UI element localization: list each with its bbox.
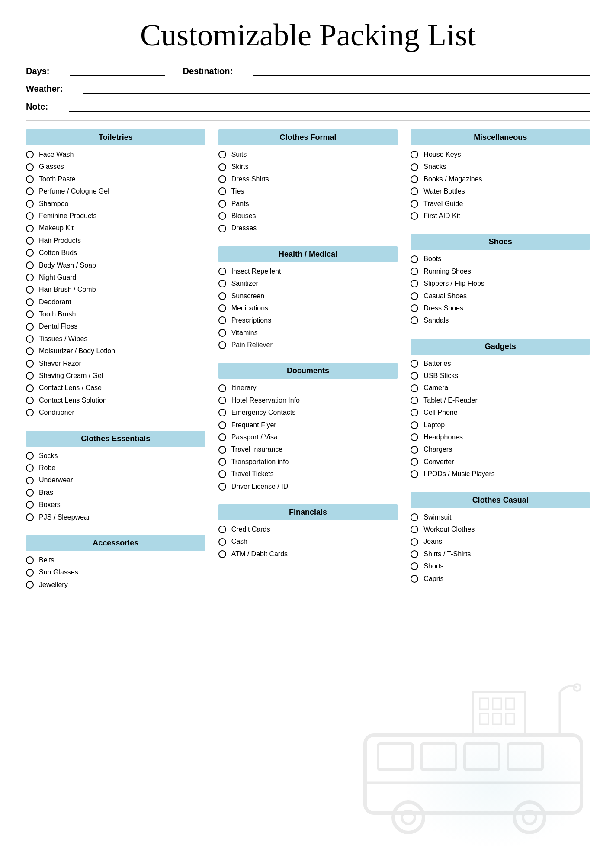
list-item[interactable]: Travel Insurance xyxy=(218,445,398,454)
checkbox-circle[interactable] xyxy=(411,550,418,558)
checkbox-circle[interactable] xyxy=(26,347,34,355)
checkbox-circle[interactable] xyxy=(218,151,226,158)
list-item[interactable]: Conditioner xyxy=(26,408,205,417)
checkbox-circle[interactable] xyxy=(26,384,34,392)
list-item[interactable]: Workout Clothes xyxy=(411,525,590,534)
list-item[interactable]: Casual Shoes xyxy=(411,291,590,301)
list-item[interactable]: Capris xyxy=(411,574,590,584)
list-item[interactable]: Headphones xyxy=(411,432,590,442)
checkbox-circle[interactable] xyxy=(411,255,418,263)
list-item[interactable]: House Keys xyxy=(411,150,590,159)
list-item[interactable]: Robe xyxy=(26,463,205,473)
checkbox-circle[interactable] xyxy=(26,225,34,232)
days-line[interactable] xyxy=(70,67,165,76)
list-item[interactable]: I PODs / Music Players xyxy=(411,469,590,479)
list-item[interactable]: Contact Lens Solution xyxy=(26,396,205,405)
list-item[interactable]: Pain Reliever xyxy=(218,340,398,350)
list-item[interactable]: Tooth Paste xyxy=(26,174,205,184)
checkbox-circle[interactable] xyxy=(218,483,226,491)
checkbox-circle[interactable] xyxy=(26,501,34,509)
checkbox-circle[interactable] xyxy=(218,225,226,232)
checkbox-circle[interactable] xyxy=(26,323,34,331)
list-item[interactable]: Boxers xyxy=(26,500,205,510)
list-item[interactable]: Night Guard xyxy=(26,273,205,282)
list-item[interactable]: Pants xyxy=(218,199,398,209)
list-item[interactable]: Blouses xyxy=(218,211,398,221)
list-item[interactable]: Perfume / Cologne Gel xyxy=(26,187,205,196)
checkbox-circle[interactable] xyxy=(26,477,34,484)
checkbox-circle[interactable] xyxy=(26,187,34,195)
list-item[interactable]: Batteries xyxy=(411,359,590,368)
list-item[interactable]: Feminine Products xyxy=(26,211,205,221)
checkbox-circle[interactable] xyxy=(26,261,34,269)
checkbox-circle[interactable] xyxy=(411,446,418,454)
list-item[interactable]: Medications xyxy=(218,303,398,313)
checkbox-circle[interactable] xyxy=(26,200,34,208)
checkbox-circle[interactable] xyxy=(218,458,226,466)
checkbox-circle[interactable] xyxy=(411,421,418,429)
checkbox-circle[interactable] xyxy=(411,360,418,368)
checkbox-circle[interactable] xyxy=(26,452,34,460)
checkbox-circle[interactable] xyxy=(218,292,226,300)
list-item[interactable]: Slippers / Flip Flops xyxy=(411,279,590,288)
list-item[interactable]: Sanitizer xyxy=(218,279,398,288)
list-item[interactable]: Jeans xyxy=(411,537,590,546)
checkbox-circle[interactable] xyxy=(26,249,34,257)
list-item[interactable]: Travel Tickets xyxy=(218,469,398,479)
checkbox-circle[interactable] xyxy=(411,175,418,183)
list-item[interactable]: Bras xyxy=(26,488,205,497)
list-item[interactable]: Dress Shoes xyxy=(411,303,590,313)
list-item[interactable]: Tablet / E-Reader xyxy=(411,396,590,405)
checkbox-circle[interactable] xyxy=(218,384,226,392)
checkbox-circle[interactable] xyxy=(411,409,418,416)
list-item[interactable]: Skirts xyxy=(218,162,398,171)
checkbox-circle[interactable] xyxy=(26,569,34,577)
checkbox-circle[interactable] xyxy=(218,280,226,287)
list-item[interactable]: Swimsuit xyxy=(411,513,590,522)
checkbox-circle[interactable] xyxy=(411,304,418,312)
list-item[interactable]: Tooth Brush xyxy=(26,310,205,319)
checkbox-circle[interactable] xyxy=(411,200,418,208)
checkbox-circle[interactable] xyxy=(218,316,226,324)
list-item[interactable]: Insect Repellent xyxy=(218,267,398,276)
list-item[interactable]: Cash xyxy=(218,537,398,546)
list-item[interactable]: Dress Shirts xyxy=(218,174,398,184)
checkbox-circle[interactable] xyxy=(411,187,418,195)
list-item[interactable]: Ties xyxy=(218,187,398,196)
list-item[interactable]: Face Wash xyxy=(26,150,205,159)
checkbox-circle[interactable] xyxy=(218,175,226,183)
checkbox-circle[interactable] xyxy=(218,470,226,478)
list-item[interactable]: Jewellery xyxy=(26,580,205,590)
checkbox-circle[interactable] xyxy=(218,341,226,349)
checkbox-circle[interactable] xyxy=(411,384,418,392)
list-item[interactable]: Shorts xyxy=(411,562,590,571)
checkbox-circle[interactable] xyxy=(411,470,418,478)
checkbox-circle[interactable] xyxy=(411,526,418,533)
checkbox-circle[interactable] xyxy=(218,200,226,208)
checkbox-circle[interactable] xyxy=(26,513,34,521)
checkbox-circle[interactable] xyxy=(411,538,418,546)
list-item[interactable]: Credit Cards xyxy=(218,525,398,534)
checkbox-circle[interactable] xyxy=(26,464,34,472)
checkbox-circle[interactable] xyxy=(218,329,226,337)
list-item[interactable]: First AID Kit xyxy=(411,211,590,221)
checkbox-circle[interactable] xyxy=(218,421,226,429)
checkbox-circle[interactable] xyxy=(26,310,34,318)
list-item[interactable]: Dresses xyxy=(218,223,398,233)
list-item[interactable]: Prescriptions xyxy=(218,316,398,325)
list-item[interactable]: Suits xyxy=(218,150,398,159)
list-item[interactable]: Itinerary xyxy=(218,383,398,393)
list-item[interactable]: Underwear xyxy=(26,475,205,485)
checkbox-circle[interactable] xyxy=(411,372,418,380)
checkbox-circle[interactable] xyxy=(218,526,226,533)
list-item[interactable]: Shaver Razor xyxy=(26,359,205,368)
checkbox-circle[interactable] xyxy=(218,268,226,275)
list-item[interactable]: Hotel Reservation Info xyxy=(218,396,398,405)
list-item[interactable]: Sandals xyxy=(411,316,590,325)
list-item[interactable]: Running Shoes xyxy=(411,267,590,276)
list-item[interactable]: Passport / Visa xyxy=(218,432,398,442)
checkbox-circle[interactable] xyxy=(411,513,418,521)
checkbox-circle[interactable] xyxy=(26,397,34,404)
checkbox-circle[interactable] xyxy=(26,581,34,589)
checkbox-circle[interactable] xyxy=(218,163,226,171)
